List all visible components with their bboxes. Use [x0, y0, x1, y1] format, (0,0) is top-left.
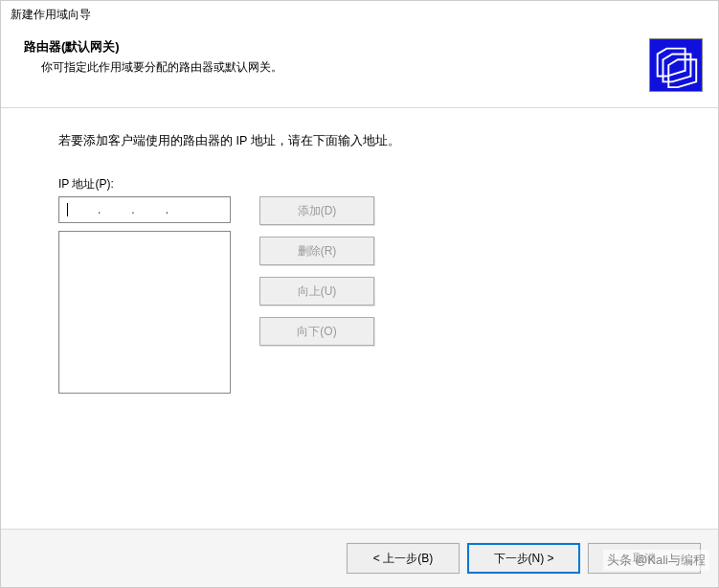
wizard-footer: < 上一步(B) 下一步(N) > 取消: [1, 529, 718, 587]
wizard-header: 路由器(默认网关) 你可指定此作用域要分配的路由器或默认网关。: [1, 25, 718, 108]
move-down-button[interactable]: 向下(O): [259, 317, 374, 346]
folders-icon: [649, 38, 703, 92]
ip-octet-1[interactable]: [68, 202, 97, 217]
ip-address-label: IP 地址(P):: [58, 176, 661, 192]
instruction-text: 若要添加客户端使用的路由器的 IP 地址，请在下面输入地址。: [58, 133, 661, 149]
page-description: 你可指定此作用域要分配的路由器或默认网关。: [41, 59, 649, 76]
ip-address-input[interactable]: . . .: [58, 196, 231, 223]
window-title: 新建作用域向导: [1, 1, 718, 25]
remove-button[interactable]: 删除(R): [259, 237, 374, 265]
router-list[interactable]: [58, 231, 231, 394]
cancel-button[interactable]: 取消: [588, 543, 701, 574]
ip-octet-3[interactable]: [136, 202, 165, 217]
add-button[interactable]: 添加(D): [259, 196, 374, 225]
ip-octet-2[interactable]: [101, 202, 130, 217]
page-title: 路由器(默认网关): [24, 38, 649, 56]
wizard-content: 若要添加客户端使用的路由器的 IP 地址，请在下面输入地址。 IP 地址(P):…: [1, 108, 718, 529]
next-button[interactable]: 下一步(N) >: [467, 543, 580, 574]
back-button[interactable]: < 上一步(B): [347, 543, 460, 574]
ip-octet-4[interactable]: [169, 202, 198, 217]
move-up-button[interactable]: 向上(U): [259, 277, 374, 305]
wizard-dialog: 新建作用域向导 路由器(默认网关) 你可指定此作用域要分配的路由器或默认网关。 …: [0, 0, 719, 588]
